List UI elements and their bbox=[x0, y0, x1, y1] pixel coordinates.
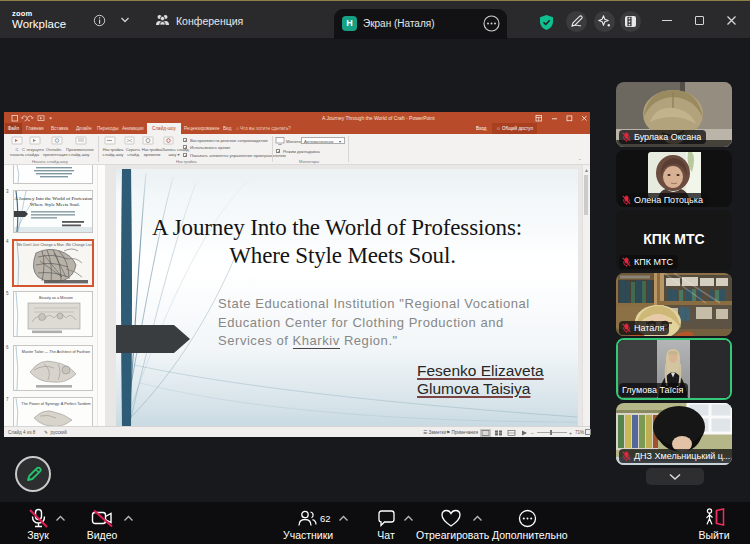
svg-text:We Don't Just Change a Man. We: We Don't Just Change a Man. We Change Li… bbox=[17, 243, 92, 247]
svg-text:Master Tailor — The Architect: Master Tailor — The Architect of Fashion bbox=[22, 350, 90, 354]
svg-text:A Journey Into the World of Pr: A Journey Into the World of Professions: bbox=[14, 196, 92, 201]
svg-text:Where Style Meets Soul.: Where Style Meets Soul. bbox=[30, 202, 80, 207]
svg-text:Beauty as a Mission: Beauty as a Mission bbox=[39, 296, 73, 300]
svg-text:The Power of Synergy: A Perfec: The Power of Synergy: A Perfect Tandem bbox=[21, 402, 90, 406]
